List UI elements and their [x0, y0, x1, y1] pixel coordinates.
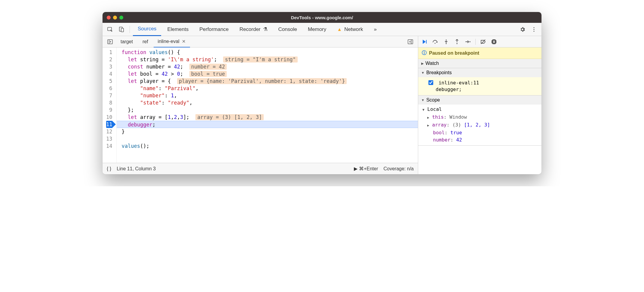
code-body[interactable]: function values() { let string = 'I\'m a… — [117, 47, 418, 163]
tab-label: Recorder — [240, 26, 261, 32]
svg-point-13 — [456, 43, 458, 44]
show-navigator-icon[interactable] — [105, 37, 115, 47]
line-number[interactable]: 10 — [106, 114, 112, 121]
step-out-icon[interactable] — [454, 38, 460, 45]
pause-exceptions-icon[interactable] — [491, 38, 497, 45]
line-gutter: 1 2 3 4 5 6 7 8 9 10 11 12 13 14 — [103, 47, 117, 163]
line-number-breakpoint[interactable]: 11 — [106, 121, 112, 128]
triangle-right-icon: ▶ — [427, 123, 429, 127]
svg-point-3 — [533, 27, 534, 28]
file-tab-label: inline-eval — [158, 39, 179, 44]
code-line: let player = { player = {name: 'Parzival… — [121, 78, 418, 85]
line-number[interactable]: 6 — [106, 85, 112, 92]
inspect-element-icon[interactable] — [105, 24, 115, 35]
line-number[interactable]: 13 — [106, 135, 112, 142]
line-number[interactable]: 9 — [106, 106, 112, 114]
scope-var[interactable]: ▶ array: (3) [1, 2, 3] — [427, 121, 541, 129]
line-number[interactable]: 12 — [106, 128, 112, 135]
scope-label: Local — [427, 106, 442, 112]
code-line: values(); — [121, 142, 418, 150]
tab-recorder[interactable]: Recorder⚗ — [235, 23, 272, 36]
triangle-down-icon: ▼ — [421, 98, 425, 102]
svg-point-4 — [533, 29, 534, 30]
debugger-pane: ⓘ Paused on breakpoint ▶Watch ▼Breakpoin… — [418, 36, 541, 174]
triangle-right-icon: ▶ — [421, 62, 424, 65]
devtools-window: DevTools - www.google.com/ Sources Eleme… — [103, 12, 541, 174]
tab-overflow[interactable]: » — [369, 23, 381, 36]
line-number[interactable]: 8 — [106, 99, 112, 106]
watch-section[interactable]: ▶Watch — [418, 59, 541, 68]
code-line: let array = [1,2,3]; array = (3) [1, 2, … — [121, 114, 418, 121]
step-into-icon[interactable] — [443, 38, 449, 45]
paused-banner: ⓘ Paused on breakpoint — [418, 47, 541, 59]
code-line: let string = 'I\'m a string'; string = "… — [121, 56, 418, 63]
tab-label: Performance — [199, 26, 228, 32]
chevron-right-double-icon: » — [374, 26, 376, 32]
file-tab-target[interactable]: target — [116, 36, 137, 47]
scope-local-header[interactable]: ▼ Local — [422, 106, 541, 114]
step-icon[interactable] — [465, 38, 471, 45]
svg-point-5 — [533, 31, 534, 32]
tab-network[interactable]: ▲Network — [332, 23, 368, 36]
line-number[interactable]: 1 — [106, 49, 112, 56]
panel-tabs: Sources Elements Performance Recorder⚗ C… — [103, 23, 541, 36]
breakpoints-header[interactable]: ▼Breakpoints — [418, 68, 541, 77]
breakpoint-entry[interactable]: inline-eval:11 debugger; — [418, 77, 541, 95]
step-over-icon[interactable] — [432, 38, 439, 45]
line-number[interactable]: 5 — [106, 78, 112, 85]
resume-icon[interactable] — [421, 38, 428, 45]
line-number[interactable]: 3 — [106, 63, 112, 70]
close-icon[interactable]: ✕ — [182, 39, 186, 44]
breakpoint-checkbox[interactable] — [428, 80, 433, 85]
paused-text: Paused on breakpoint — [429, 50, 479, 56]
deactivate-breakpoints-icon[interactable] — [480, 38, 486, 45]
svg-point-14 — [469, 41, 471, 42]
file-tab-label: ref — [143, 39, 148, 44]
breakpoint-location: inline-eval:11 — [439, 80, 479, 86]
device-toolbar-icon[interactable] — [116, 24, 127, 35]
pretty-print-button[interactable]: { } — [107, 166, 111, 172]
svg-point-12 — [446, 43, 447, 44]
scope-var[interactable]: bool: true — [427, 129, 541, 136]
line-number[interactable]: 2 — [106, 56, 112, 63]
scope-var[interactable]: number: 42 — [427, 136, 541, 144]
svg-rect-10 — [426, 40, 427, 44]
breakpoint-code: debugger; — [428, 87, 462, 92]
svg-rect-16 — [493, 41, 494, 43]
run-snippet-button[interactable]: ▶ ⌘+Enter — [354, 166, 378, 172]
inline-hint: array = (3) [1, 2, 3] — [195, 114, 264, 120]
triangle-right-icon: ▶ — [427, 116, 429, 120]
window-title: DevTools - www.google.com/ — [103, 15, 541, 20]
breakpoints-section: ▼Breakpoints inline-eval:11 debugger; — [418, 68, 541, 96]
inline-hint: player = {name: 'Parzival', number: 1, s… — [177, 78, 347, 84]
warning-icon: ▲ — [337, 27, 342, 32]
line-number[interactable]: 7 — [106, 92, 112, 99]
file-tab-ref[interactable]: ref — [138, 36, 152, 47]
scope-header[interactable]: ▼Scope — [418, 96, 541, 105]
kebab-menu-icon[interactable] — [529, 24, 539, 35]
section-title: Scope — [426, 97, 440, 103]
coverage-status: Coverage: n/a — [383, 166, 414, 172]
tab-sources[interactable]: Sources — [133, 23, 161, 36]
tab-label: Memory — [308, 26, 326, 32]
line-number[interactable]: 14 — [106, 142, 112, 150]
tab-performance[interactable]: Performance — [195, 23, 233, 36]
file-tab-label: target — [121, 39, 133, 44]
code-editor[interactable]: 1 2 3 4 5 6 7 8 9 10 11 12 13 14 functio… — [103, 47, 418, 163]
tab-memory[interactable]: Memory — [303, 23, 331, 36]
scope-var[interactable]: ▶ this: Window — [427, 114, 541, 121]
editor-statusbar: { } Line 11, Column 3 ▶ ⌘+Enter Coverage… — [103, 163, 418, 174]
file-tab-inline-eval[interactable]: inline-eval✕ — [154, 36, 190, 47]
line-number[interactable]: 4 — [106, 70, 112, 78]
settings-icon[interactable] — [517, 24, 528, 35]
code-line-current: debugger; — [117, 121, 418, 128]
svg-rect-17 — [494, 41, 495, 43]
tab-console[interactable]: Console — [274, 23, 302, 36]
tab-label: Elements — [167, 26, 189, 32]
svg-point-11 — [434, 43, 435, 44]
show-debugger-icon[interactable] — [405, 37, 416, 47]
tab-label: Network — [344, 26, 363, 32]
code-line: "number": 1, — [121, 92, 418, 99]
code-line: const number = 42; number = 42 — [121, 63, 418, 70]
tab-elements[interactable]: Elements — [162, 23, 193, 36]
